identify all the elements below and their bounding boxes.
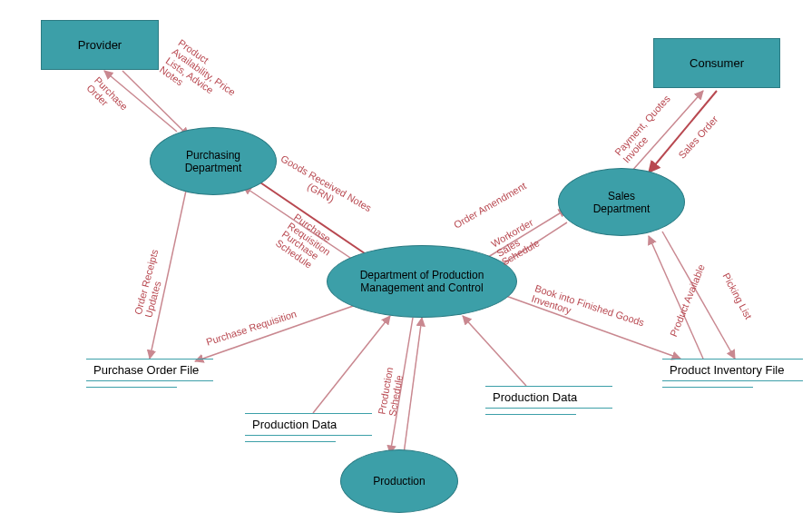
- purchase-order-file-node: Purchase Order File: [86, 359, 213, 388]
- edge-sales-order: Sales Order: [676, 113, 719, 161]
- production-label: Production: [373, 475, 425, 488]
- provider-node: Provider: [41, 20, 159, 70]
- dpmc-label: Department of Production Management and …: [360, 269, 484, 294]
- consumer-label: Consumer: [690, 56, 744, 70]
- edge-order-receipts: Order Receipts Updates: [132, 248, 171, 319]
- edge-pr-ps: Purchase Requisition Purchase Schedule: [274, 212, 338, 275]
- edge-product-availability: Product Availability, Price Lists, Advic…: [158, 37, 244, 116]
- svg-line-15: [404, 318, 422, 454]
- edge-prod-schedule: Production Schedule: [377, 367, 406, 418]
- sales-label: Sales Department: [593, 190, 651, 215]
- production-data1-node: Production Data: [245, 413, 372, 442]
- edge-payment: Payment, Quotes Invoice: [612, 93, 680, 164]
- dpmc-node: Department of Production Management and …: [327, 245, 517, 318]
- product-inventory-file-node: Product Inventory File: [662, 359, 803, 388]
- svg-line-12: [662, 232, 735, 359]
- sales-node: Sales Department: [558, 168, 685, 236]
- edge-picking-list: Picking List: [720, 271, 754, 321]
- consumer-node: Consumer: [653, 38, 780, 88]
- purchasing-node: Purchasing Department: [150, 127, 277, 195]
- edge-product-available: Product Available: [668, 262, 707, 338]
- production-data2-node: Production Data: [485, 386, 612, 415]
- edge-purchase-order: Purchase Order: [84, 74, 130, 120]
- edge-purchase-req: Purchase Requisition: [205, 308, 298, 348]
- provider-label: Provider: [78, 38, 122, 52]
- pd2-label: Production Data: [485, 386, 612, 409]
- edge-grn: Goods Received Notes (GRN): [274, 153, 374, 223]
- svg-line-16: [463, 316, 526, 386]
- purchasing-label: Purchasing Department: [185, 149, 242, 174]
- svg-line-11: [649, 236, 703, 359]
- production-node: Production: [340, 449, 458, 513]
- edge-book-into: Book into Finished Goods Inventory: [530, 282, 645, 339]
- pof-label: Purchase Order File: [86, 359, 213, 381]
- pif-label: Product Inventory File: [662, 359, 803, 381]
- pd1-label: Production Data: [245, 413, 372, 436]
